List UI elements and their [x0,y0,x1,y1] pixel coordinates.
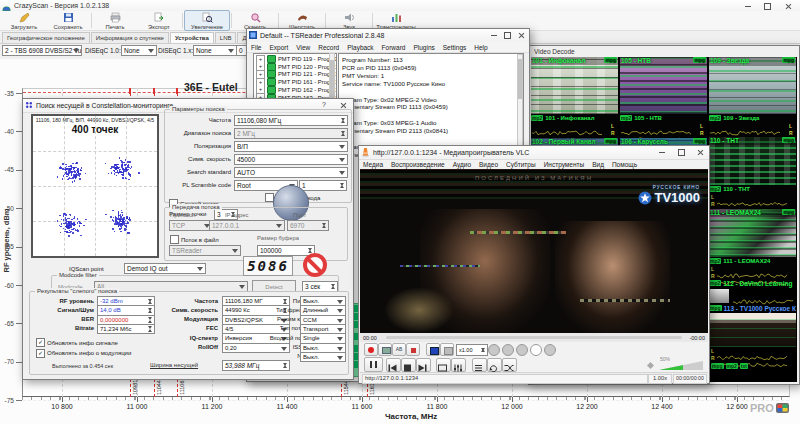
rate-stepper[interactable]: x1.00 [456,344,488,356]
param-select[interactable]: AUTO [234,167,348,178]
toolbar-open-button[interactable]: Загрузить [2,11,46,30]
y-tick-label: -65 [0,320,14,327]
volume-mute-icon[interactable] [647,362,654,369]
param-label: Симв. скорость [167,156,231,162]
vlc-menu-помощь[interactable]: Помощь [608,161,641,168]
tab-информация-о-спутнике[interactable]: Информация о спутнике [91,32,169,43]
menu-record[interactable]: Record [314,44,343,51]
buffer-target-select[interactable]: TSReader [169,245,241,256]
decode-video-label: mpg110 - ТНТ [709,137,797,145]
decode-audio-112[interactable]: mp2112 - DaVinci Learning [709,280,796,288]
tsreader-close-button[interactable] [514,29,529,41]
tsreader-minimize-button[interactable] [486,29,501,41]
vlc-menu-видео[interactable]: Видео [475,161,502,168]
decode-video-101[interactable] [531,57,618,114]
result-select[interactable]: Выкл. [300,352,346,363]
stop-button[interactable] [303,253,327,277]
dvd-nav-up-button[interactable] [488,344,500,356]
dvd-nav-select-button[interactable] [530,344,542,356]
param-stepper[interactable]: 11106,080 МГц [234,115,348,126]
vlc-close-button[interactable] [693,146,708,158]
program-info-line [342,88,523,96]
screen: CrazyScan - Версия 1.0.2.138 ЗагрузитьСо… [0,0,800,424]
decode-video-109[interactable] [709,57,796,114]
vlc-menu-воспроизведение[interactable]: Воспроизведение [387,161,449,168]
vlc-menu-аудио[interactable]: Аудио [449,161,475,168]
dvd-nav-down-button[interactable] [502,344,514,356]
y-tick-label: -35 [0,90,14,97]
vlc-statusbar: http://127.0.0.1:1234 1.00x 00:00/00:00 [360,372,708,383]
tab-устройства[interactable]: Устройства [170,32,214,43]
menu-plugins[interactable]: Plugins [409,44,438,51]
pause-button[interactable] [364,357,383,372]
param-select[interactable]: 45000 [234,154,348,165]
decode-video-105[interactable] [620,57,707,114]
menu-forward[interactable]: Forward [378,44,410,51]
menu-export[interactable]: Export [265,44,292,51]
menu-settings[interactable]: Settings [439,44,471,51]
volume-slider[interactable] [659,361,703,370]
menu-playback[interactable]: Playback [343,44,377,51]
tab-lnb[interactable]: LNB [215,32,237,43]
diseqc1x-select[interactable]: None [193,45,237,56]
next-button[interactable] [416,358,431,372]
vlc-status-time[interactable]: 00:00/00:00 [673,374,707,384]
previous-button[interactable] [386,358,401,372]
ip-select[interactable]: 127.0.0.1 [209,220,285,231]
loop-button[interactable] [487,358,502,372]
dvd-nav-left-button[interactable] [516,344,528,356]
dvd-menu-button[interactable] [426,343,440,356]
decode-audio-label: mp2105 - НТВ [620,115,707,122]
decode-video-113[interactable] [709,313,796,347]
menu-file[interactable]: File [247,44,265,51]
vlc-menu-вид[interactable]: Вид [588,161,608,168]
y-tick-label: -45 [0,166,14,173]
playlist-button[interactable] [472,358,487,372]
pl-scramble-stepper[interactable]: 1 [299,180,347,191]
vlc-menu-инструменты[interactable]: Инструменты [540,161,589,168]
decode-stream-badges: mpgmp2txt [711,363,796,371]
update-info-checkbox[interactable]: ✓Обновлять инфо о модуляции [36,349,131,358]
buffer-size-stepper[interactable]: 100000 [257,245,315,256]
toolbar-zoom-button[interactable]: Увеличение [184,10,230,31]
port-stepper[interactable]: 6970 [287,220,329,231]
shuffle-button[interactable] [502,358,517,372]
carrier-width-link[interactable]: Ширина несущей [150,362,198,368]
record-button[interactable] [364,343,378,356]
tuner-select[interactable]: 2 - TBS 6908 DVBS/S2 Tuner 0 [2,45,82,56]
decode-video-label: mpg101 - Инфоканал [531,57,619,65]
ab-loop-button[interactable]: AB [392,343,406,356]
update-info-checkbox[interactable]: ✓Обновлять инфо сигнале [36,338,118,347]
tv1000-star-icon [638,191,652,205]
menu-help[interactable]: Help [470,44,491,51]
menu-view[interactable]: View [292,44,314,51]
frame-button[interactable] [406,343,420,356]
vlc-maximize-button[interactable] [674,146,689,158]
vlc-menu-медиа[interactable]: Медиа [359,161,387,168]
x-tick-label: 11 400 [269,403,305,410]
diseqc10-select[interactable]: None [121,45,157,56]
teletext-button[interactable] [440,343,454,356]
toolbar-export-button[interactable]: Экспорт [137,11,181,30]
seek-slider[interactable] [386,336,682,339]
iqscan-select[interactable]: Demod IQ out [124,263,206,274]
fullscreen-button[interactable] [436,358,451,372]
decode-audio-label: mp2109 - Звезда [709,115,796,122]
vlc-minimize-button[interactable] [654,146,669,158]
stream-to-file-checkbox[interactable]: Поток в файл [170,235,219,244]
stop-playback-button[interactable] [401,358,416,372]
vlc-menu-субтитры[interactable]: Субтитры [502,161,540,168]
toolbar-print-button[interactable]: Печать [93,11,137,30]
toolbar-save-button[interactable]: Сохранить [46,11,90,30]
vlc-status-rate[interactable]: 1.00x [648,374,672,384]
param-stepper[interactable]: 2 МГц [234,128,348,139]
tab-географическое-положение[interactable]: Географическое положение [2,32,90,43]
tsreader-maximize-button[interactable] [500,29,515,41]
protocol-select[interactable]: TCP [169,220,213,231]
param-select[interactable]: В/П [234,141,348,152]
extended-settings-button[interactable] [451,358,466,372]
x-tick-label: 11 800 [419,403,455,410]
dvd-nav-right-button[interactable] [544,344,556,356]
vlc-video[interactable]: ПОСЛЕДНИЙ ИЗ МАГИКЯН РУССКОЕ КИНО TV1000 [360,169,708,333]
snapshot-button[interactable] [378,343,392,356]
